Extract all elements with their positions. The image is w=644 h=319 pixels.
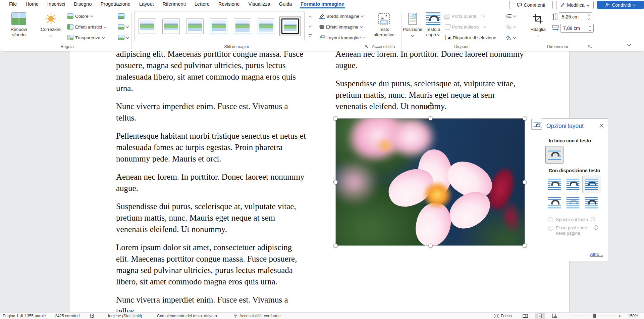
style-option[interactable]: [208, 16, 229, 36]
wrap-option-in-front[interactable]: [582, 194, 600, 212]
zoom-level[interactable]: 150%: [628, 313, 638, 319]
word-count[interactable]: 355 parole: [27, 313, 46, 319]
paragraph[interactable]: Aenean nec lorem. In porttitor. Donec la…: [335, 51, 526, 71]
tab-disegno[interactable]: Disegno: [69, 0, 96, 9]
wrap-option-top-bottom[interactable]: [545, 194, 564, 212]
tab-visualizza[interactable]: Visualizza: [244, 0, 275, 9]
alt-text-button[interactable]: Testo alternativo: [370, 11, 398, 38]
style-option[interactable]: [137, 16, 158, 36]
page-indicator[interactable]: Pagina 1 di 1: [3, 313, 26, 319]
resize-handle-w[interactable]: [333, 180, 338, 184]
corrections-button[interactable]: Correzioni: [37, 11, 65, 38]
text-column-left[interactable]: adipiscing elit. Maecenas porttitor cong…: [116, 51, 307, 313]
tab-inserisci[interactable]: Inserisci: [43, 0, 69, 9]
style-option[interactable]: [184, 16, 206, 36]
zoom-in-button[interactable]: +: [618, 313, 621, 319]
char-count[interactable]: 2425 caratteri: [55, 313, 79, 319]
style-option-selected[interactable]: [279, 16, 301, 36]
tab-formato-immagine[interactable]: Formato immagine: [296, 0, 348, 9]
read-mode-button[interactable]: [520, 313, 530, 319]
close-icon[interactable]: [598, 123, 604, 129]
height-spinner[interactable]: 5,25 cm: [552, 12, 592, 21]
resize-handle-s[interactable]: [428, 243, 433, 248]
plumeria-photo[interactable]: [335, 118, 525, 246]
accessibility-icon[interactable]: [233, 313, 237, 319]
crop-button[interactable]: Ritaglia: [526, 11, 550, 38]
artistic-effects-button[interactable]: Effetti artistici: [67, 23, 106, 31]
change-picture-button[interactable]: [118, 23, 129, 31]
style-option[interactable]: [256, 16, 277, 36]
paragraph[interactable]: Nunc viverra imperdiet enim. Fusce est. …: [116, 294, 307, 313]
resize-handle-e[interactable]: [523, 180, 527, 184]
resize-handle-n[interactable]: [428, 116, 433, 121]
gallery-more-button[interactable]: [306, 31, 314, 41]
wrap-option-square[interactable]: [545, 176, 564, 193]
paragraph[interactable]: Suspendisse dui purus, scelerisque at, v…: [116, 201, 307, 235]
transparency-button[interactable]: Trasparenza: [67, 34, 105, 41]
tab-layout[interactable]: Layout: [135, 0, 158, 9]
rotate-objects-button[interactable]: [506, 34, 516, 41]
text-prediction-indicator[interactable]: Completamento del testo: attivato: [157, 313, 217, 319]
height-input[interactable]: 5,25 cm: [559, 12, 592, 21]
tab-riferimenti[interactable]: Riferimenti: [158, 0, 190, 9]
proofing-icon[interactable]: [90, 313, 94, 319]
zoom-thumb[interactable]: [593, 314, 596, 318]
picture-effects-button[interactable]: Effetti immagine: [319, 23, 363, 31]
accessibility-status[interactable]: Accessibilità: conforme: [239, 313, 281, 319]
style-option[interactable]: [232, 16, 253, 36]
align-objects-button[interactable]: [506, 12, 516, 20]
tab-revisione[interactable]: Revisione: [214, 0, 244, 9]
picture-border-button[interactable]: Bordo immagine: [319, 12, 364, 20]
width-spinner[interactable]: 7,88 cm: [552, 24, 594, 33]
height-steppers[interactable]: [586, 14, 592, 20]
paragraph[interactable]: Aenean nec lorem. In porttitor. Donec la…: [116, 171, 307, 194]
resize-handle-nw[interactable]: [333, 116, 338, 121]
tab-home[interactable]: Home: [21, 0, 43, 9]
wrap-text-button[interactable]: Testo a capo: [423, 11, 443, 38]
compress-picture-button[interactable]: [118, 12, 124, 20]
paragraph[interactable]: adipiscing elit. Maecenas porttitor cong…: [116, 51, 307, 94]
wrap-option-tight[interactable]: [564, 176, 582, 193]
tab-file[interactable]: File: [5, 0, 21, 9]
wrap-option-through[interactable]: [582, 176, 600, 193]
collapse-ribbon-icon[interactable]: [627, 43, 631, 47]
size-dialog-launcher-icon[interactable]: [588, 45, 592, 49]
tab-lettere[interactable]: Lettere: [190, 0, 214, 9]
web-layout-button[interactable]: [549, 313, 559, 319]
selected-picture[interactable]: [335, 118, 525, 246]
gallery-up-button[interactable]: [306, 11, 314, 21]
focus-button[interactable]: Focus: [494, 313, 512, 319]
paragraph[interactable]: Pellentesque habitant morbi tristique se…: [116, 130, 307, 165]
comments-button[interactable]: Commenti: [509, 1, 553, 9]
style-option[interactable]: [160, 16, 182, 36]
share-button[interactable]: Condividi: [597, 1, 644, 9]
zoom-slider[interactable]: [570, 313, 616, 319]
see-more-link[interactable]: Altro...: [590, 252, 603, 257]
resize-handle-sw[interactable]: [333, 243, 338, 248]
zoom-track[interactable]: [570, 313, 616, 319]
language-indicator[interactable]: Inglese (Stati Uniti): [108, 313, 142, 319]
width-input[interactable]: 7,88 cm: [560, 24, 594, 33]
reset-picture-button[interactable]: [118, 34, 129, 41]
remove-background-button[interactable]: Rimuovi sfondo: [4, 11, 34, 38]
gallery-down-button[interactable]: [306, 21, 314, 31]
selection-pane-button[interactable]: Riquadro di selezione: [445, 34, 496, 41]
paragraph[interactable]: Lorem ipsum dolor sit amet, consectetuer…: [116, 242, 307, 287]
tab-progettazione[interactable]: Progettazione: [96, 0, 135, 9]
zoom-out-button[interactable]: −: [562, 313, 565, 319]
wrap-option-behind-text[interactable]: [564, 194, 582, 212]
edit-mode-button[interactable]: Modifica: [556, 1, 594, 9]
wrap-option-in-line[interactable]: [545, 146, 564, 164]
picture-layout-button[interactable]: Layout immagine: [319, 34, 365, 41]
tab-guida[interactable]: Guida: [275, 0, 297, 9]
resize-handle-ne[interactable]: [523, 116, 527, 121]
resize-handle-se[interactable]: [523, 243, 527, 248]
styles-dialog-launcher-icon[interactable]: [365, 45, 369, 49]
print-layout-button[interactable]: [535, 313, 545, 319]
rotate-handle-icon[interactable]: [426, 102, 434, 110]
position-button[interactable]: Posizione: [402, 11, 423, 38]
gallery-scrollbar: [306, 11, 314, 41]
color-button[interactable]: Colore: [67, 12, 93, 20]
paragraph[interactable]: Nunc viverra imperdiet enim. Fusce est. …: [116, 101, 307, 124]
width-steppers[interactable]: [587, 25, 593, 32]
